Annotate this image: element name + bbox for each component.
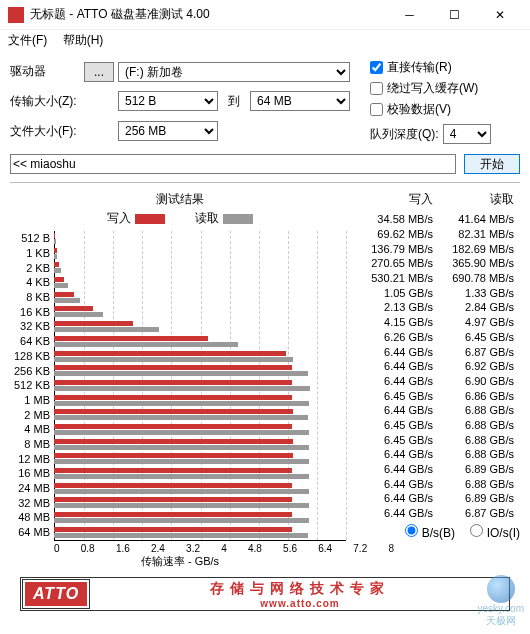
chart-row: 16 MB — [10, 466, 350, 481]
result-row: 6.44 GB/s6.90 GB/s — [358, 374, 520, 389]
result-row: 6.44 GB/s6.88 GB/s — [358, 476, 520, 491]
chart-row: 128 KB — [10, 349, 350, 364]
units-bytes-radio[interactable]: B/s(B) — [405, 526, 455, 540]
chart-row: 32 KB — [10, 319, 350, 334]
chart-row: 2 MB — [10, 407, 350, 422]
chart-row: 64 MB — [10, 525, 350, 540]
io-size-to[interactable]: 64 MB — [250, 91, 350, 111]
chart-row: 512 B — [10, 231, 350, 246]
menu-help[interactable]: 帮助(H) — [63, 33, 104, 47]
description-input[interactable] — [10, 154, 456, 174]
drive-select[interactable]: (F:) 新加卷 — [118, 62, 350, 82]
verify-data-checkbox[interactable]: 校验数据(V) — [370, 101, 491, 118]
col-write: 写入 — [358, 191, 439, 208]
footer-tagline: 存储与网络技术专家 — [210, 580, 390, 598]
io-to-word: 到 — [222, 93, 246, 110]
bypass-cache-checkbox[interactable]: 绕过写入缓存(W) — [370, 80, 491, 97]
result-row: 270.65 MB/s365.90 MB/s — [358, 256, 520, 271]
app-icon — [8, 7, 24, 23]
chart-row: 4 KB — [10, 275, 350, 290]
titlebar: 无标题 - ATTO 磁盘基准测试 4.00 ─ ☐ ✕ — [0, 0, 530, 30]
col-read: 读取 — [439, 191, 520, 208]
result-row: 6.44 GB/s6.92 GB/s — [358, 359, 520, 374]
result-row: 6.45 GB/s6.88 GB/s — [358, 432, 520, 447]
menubar: 文件(F) 帮助(H) — [0, 30, 530, 51]
result-row: 34.58 MB/s41.64 MB/s — [358, 212, 520, 227]
chart-row: 1 MB — [10, 393, 350, 408]
close-button[interactable]: ✕ — [477, 0, 522, 30]
chart-row: 48 MB — [10, 510, 350, 525]
result-row: 530.21 MB/s690.78 MB/s — [358, 271, 520, 286]
result-row: 6.44 GB/s6.88 GB/s — [358, 403, 520, 418]
chart-legend: 写入 读取 — [10, 210, 350, 227]
atto-logo: ATTO — [23, 580, 89, 608]
result-row: 2.13 GB/s2.84 GB/s — [358, 300, 520, 315]
start-button[interactable]: 开始 — [464, 154, 520, 174]
result-row: 6.44 GB/s6.87 GB/s — [358, 506, 520, 521]
file-size-label: 文件大小(F): — [10, 123, 80, 140]
chart-row: 256 KB — [10, 363, 350, 378]
chart-row: 1 KB — [10, 246, 350, 261]
queue-depth-label: 队列深度(Q): — [370, 126, 439, 143]
maximize-button[interactable]: ☐ — [432, 0, 477, 30]
chart-row: 12 MB — [10, 451, 350, 466]
chart-title: 测试结果 — [10, 191, 350, 208]
result-row: 1.05 GB/s1.33 GB/s — [358, 285, 520, 300]
chart-row: 24 MB — [10, 481, 350, 496]
drive-browse-button[interactable]: ... — [84, 62, 114, 82]
io-size-label: 传输大小(Z): — [10, 93, 80, 110]
result-row: 69.62 MB/s82.31 MB/s — [358, 227, 520, 242]
chart-row: 2 KB — [10, 260, 350, 275]
file-size-select[interactable]: 256 MB — [118, 121, 218, 141]
chart-row: 16 KB — [10, 304, 350, 319]
result-row: 6.26 GB/s6.45 GB/s — [358, 330, 520, 345]
result-row: 6.44 GB/s6.88 GB/s — [358, 447, 520, 462]
drive-label: 驱动器 — [10, 63, 80, 80]
chart-row: 8 MB — [10, 437, 350, 452]
result-row: 4.15 GB/s4.97 GB/s — [358, 315, 520, 330]
chart-row: 8 KB — [10, 290, 350, 305]
result-row: 136.79 MB/s182.69 MB/s — [358, 241, 520, 256]
queue-depth-select[interactable]: 4 — [443, 124, 491, 144]
chart-row: 4 MB — [10, 422, 350, 437]
minimize-button[interactable]: ─ — [387, 0, 432, 30]
direct-io-checkbox[interactable]: 直接传输(R) — [370, 59, 491, 76]
result-row: 6.44 GB/s6.89 GB/s — [358, 462, 520, 477]
result-row: 6.44 GB/s6.89 GB/s — [358, 491, 520, 506]
footer-banner: ATTO 存储与网络技术专家 www.atto.com — [20, 577, 510, 611]
chart-row: 512 KB — [10, 378, 350, 393]
result-row: 6.45 GB/s6.86 GB/s — [358, 388, 520, 403]
window-title: 无标题 - ATTO 磁盘基准测试 4.00 — [30, 6, 387, 23]
chart-row: 32 MB — [10, 495, 350, 510]
result-row: 6.44 GB/s6.87 GB/s — [358, 344, 520, 359]
units-io-radio[interactable]: IO/s(I) — [470, 526, 520, 540]
chart-row: 64 KB — [10, 334, 350, 349]
footer-url: www.atto.com — [260, 598, 339, 609]
io-size-from[interactable]: 512 B — [118, 91, 218, 111]
menu-file[interactable]: 文件(F) — [8, 33, 47, 47]
benchmark-chart: 512 B1 KB2 KB4 KB8 KB16 KB32 KB64 KB128 … — [10, 231, 350, 571]
result-row: 6.45 GB/s6.88 GB/s — [358, 418, 520, 433]
